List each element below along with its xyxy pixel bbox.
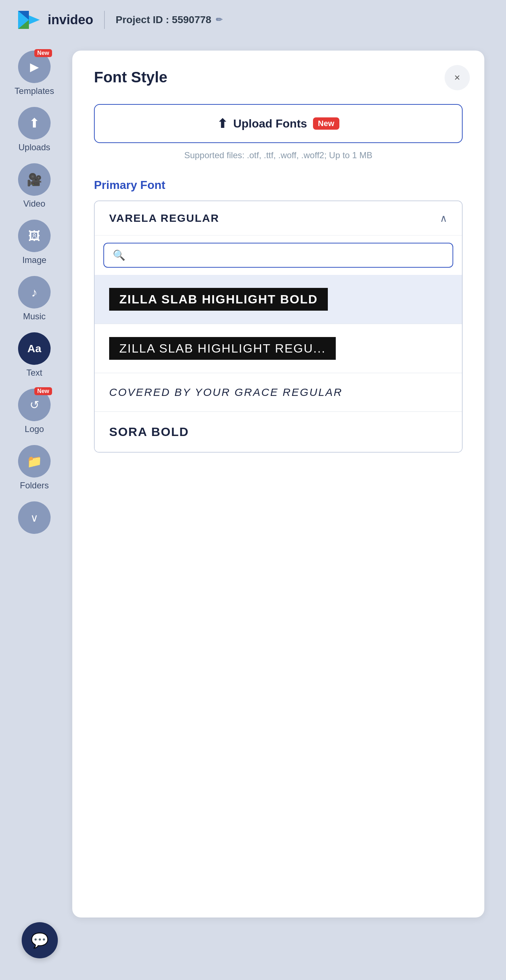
templates-badge: New: [34, 49, 52, 57]
sidebar-item-text[interactable]: Aa Text: [7, 329, 61, 382]
logo-text: invideo: [48, 12, 93, 27]
sidebar-label-image: Image: [22, 255, 46, 265]
sidebar-item-image[interactable]: 🖼 Image: [7, 216, 61, 269]
sidebar-label-templates: Templates: [14, 86, 54, 96]
video-icon: 🎥: [27, 172, 42, 187]
chat-icon: 💬: [31, 932, 49, 949]
sidebar-label-uploads: Uploads: [18, 142, 50, 153]
list-item[interactable]: ZILLA SLAB HIGHLIGHT REGU...: [95, 324, 462, 373]
dropdown-header[interactable]: VARELA REGULAR ∧: [95, 201, 462, 235]
font-list: ZILLA SLAB HIGHLIGHT BOLD ZILLA SLAB HIG…: [95, 275, 462, 452]
sidebar-label-folders: Folders: [20, 480, 49, 490]
chat-button[interactable]: 💬: [22, 922, 58, 958]
font-name-sora-bold: SORA BOLD: [109, 425, 189, 439]
templates-icon: ▶: [30, 60, 39, 74]
invideo-logo: [14, 9, 43, 31]
music-icon: ♪: [32, 285, 38, 299]
sidebar-item-logo[interactable]: New ↺ Logo: [7, 385, 61, 438]
close-icon: ×: [454, 72, 460, 83]
sidebar-item-folders[interactable]: 📁 Folders: [7, 441, 61, 494]
sidebar-label-text: Text: [26, 368, 42, 378]
sidebar-label-logo: Logo: [25, 424, 44, 434]
sidebar-item-uploads[interactable]: ⬆ Uploads: [7, 103, 61, 156]
font-dropdown: VARELA REGULAR ∧ 🔍 ZILLA SLAB HIGHLIGHT …: [94, 200, 463, 453]
sidebar-icon-logo: New ↺: [18, 389, 51, 421]
list-item[interactable]: ZILLA SLAB HIGHLIGHT BOLD: [95, 275, 462, 324]
supported-files-text: Supported files: .otf, .ttf, .woff, .wof…: [94, 150, 463, 161]
list-item[interactable]: COVERED BY YOUR GRACE REGULAR: [95, 373, 462, 411]
sidebar-icon-video: 🎥: [18, 163, 51, 196]
font-style-panel: × Font Style ⬆ Upload Fonts New Supporte…: [72, 51, 484, 918]
image-icon: 🖼: [28, 229, 40, 243]
project-id-area: Project ID : 5590778 ✏: [116, 14, 222, 25]
sidebar: New ▶ Templates ⬆ Uploads 🎥 Video 🖼 Imag…: [0, 40, 69, 980]
sidebar-icon-text: Aa: [18, 332, 51, 365]
sidebar-item-templates[interactable]: New ▶ Templates: [7, 47, 61, 100]
sidebar-icon-templates: New ▶: [18, 51, 51, 83]
upload-fonts-label: Upload Fonts: [233, 117, 307, 130]
edit-icon[interactable]: ✏: [216, 15, 222, 25]
sidebar-label-music: Music: [23, 311, 46, 321]
project-id-text: Project ID : 5590778: [116, 14, 211, 25]
sidebar-icon-folders: 📁: [18, 445, 51, 477]
header: invideo Project ID : 5590778 ✏: [0, 0, 506, 40]
close-button[interactable]: ×: [445, 65, 470, 90]
logo-icon: ↺: [30, 398, 39, 412]
chevron-down-icon: ∨: [30, 511, 38, 524]
search-container: 🔍: [95, 235, 462, 275]
sidebar-item-music[interactable]: ♪ Music: [7, 272, 61, 325]
logo-new-badge: New: [34, 387, 52, 395]
sidebar-icon-music: ♪: [18, 276, 51, 309]
panel-title: Font Style: [94, 68, 463, 86]
upload-new-badge: New: [313, 118, 339, 130]
chevron-up-icon: ∧: [440, 212, 447, 224]
sidebar-icon-uploads: ⬆: [18, 107, 51, 140]
font-name-zilla-bold: ZILLA SLAB HIGHLIGHT BOLD: [109, 288, 328, 311]
header-divider: [104, 11, 105, 29]
sidebar-more-button[interactable]: ∨: [18, 501, 51, 534]
font-search-input[interactable]: [131, 250, 444, 261]
upload-icon: ⬆: [217, 116, 227, 131]
main-layout: New ▶ Templates ⬆ Uploads 🎥 Video 🖼 Imag…: [0, 40, 506, 980]
list-item[interactable]: SORA BOLD: [95, 411, 462, 452]
content-area: × Font Style ⬆ Upload Fonts New Supporte…: [69, 40, 506, 980]
search-input-wrapper: 🔍: [103, 243, 453, 268]
font-name-covered: COVERED BY YOUR GRACE REGULAR: [109, 386, 343, 398]
uploads-icon: ⬆: [29, 116, 40, 131]
upload-fonts-button[interactable]: ⬆ Upload Fonts New: [94, 104, 463, 143]
folders-icon: 📁: [27, 454, 42, 469]
primary-font-label: Primary Font: [94, 178, 463, 192]
search-icon: 🔍: [113, 249, 125, 261]
text-icon: Aa: [27, 342, 41, 355]
sidebar-item-video[interactable]: 🎥 Video: [7, 160, 61, 212]
sidebar-icon-image: 🖼: [18, 220, 51, 252]
sidebar-label-video: Video: [24, 199, 46, 209]
logo-area: invideo: [14, 9, 93, 31]
selected-font-text: VARELA REGULAR: [109, 212, 219, 224]
font-name-zilla-regular: ZILLA SLAB HIGHLIGHT REGU...: [109, 337, 336, 360]
